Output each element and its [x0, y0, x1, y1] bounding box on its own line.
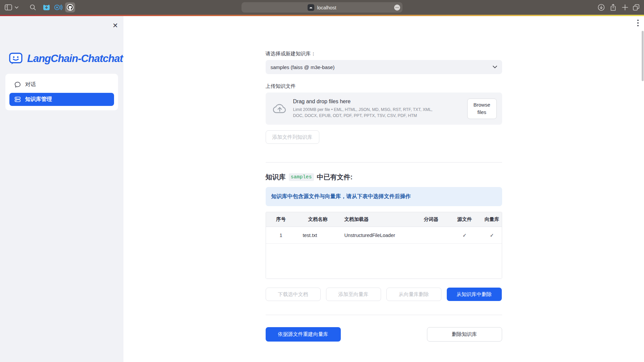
file-dropzone[interactable]: Drag and drop files here Limit 200MB per…: [266, 93, 502, 125]
ellipsis-icon: [395, 7, 399, 8]
file-action-buttons: 下载选中文档 添加至向量库 从向量库删除 从知识库中删除: [266, 288, 502, 301]
sidebar-panel-icon: [5, 4, 12, 10]
header-cell-source: 源文件: [447, 216, 482, 223]
new-tab-button[interactable]: [622, 4, 628, 11]
tabs-icon: [633, 4, 640, 11]
kb-selectbox[interactable]: samples (faiss @ m3e-base): [266, 60, 502, 74]
section-divider: [266, 315, 502, 315]
cell-vector-check: ✓: [482, 233, 502, 238]
main-area: 请选择或新建知识库： samples (faiss @ m3e-base) 上传…: [123, 16, 644, 362]
header-cell-splitter: 分词器: [415, 216, 447, 223]
table-header: 序号 文档名称 文档加载器 分词器 源文件 向量库: [266, 212, 502, 227]
site-favicon: [308, 4, 314, 11]
section-divider: [266, 162, 502, 163]
table-row[interactable]: 1 test.txt UnstructuredFileLoader ✓ ✓: [266, 227, 502, 244]
upload-label: 上传知识文件: [266, 83, 502, 89]
sidebar-close-button[interactable]: ✕: [112, 22, 118, 29]
app-menu-button[interactable]: [637, 19, 639, 28]
tab-overview-button[interactable]: [633, 4, 640, 11]
page-options-button[interactable]: [394, 4, 400, 10]
header-cell-loader: 文档加载器: [340, 216, 415, 223]
share-button[interactable]: [610, 4, 616, 11]
cell-name: test.txt: [296, 233, 340, 238]
chat-bubble-icon: [14, 81, 21, 88]
kb-name-code: samples: [289, 173, 314, 181]
nav-item-kb-manage[interactable]: 知识库管理: [9, 93, 114, 106]
sidebar-nav: 对话 知识库管理: [5, 74, 118, 110]
extension-downloader-button[interactable]: [42, 3, 51, 11]
chevron-down-icon: [493, 66, 497, 68]
header-cell-index: 序号: [266, 216, 296, 223]
kb-selected-value: samples (faiss @ m3e-base): [271, 64, 335, 70]
browser-chrome: localhost: [0, 0, 644, 15]
scrollbar-thumb[interactable]: [642, 31, 644, 81]
github-active-background: [65, 2, 75, 12]
cat-download-icon: [42, 3, 51, 11]
delete-from-kb-button[interactable]: 从知识库中删除: [447, 288, 502, 301]
nav-item-label: 知识库管理: [25, 96, 52, 103]
delete-kb-button[interactable]: 删除知识库: [427, 327, 502, 342]
info-banner: 知识库中包含源文件与向量库，请从下表中选择文件后操作: [266, 187, 502, 206]
download-selected-button[interactable]: 下载选中文档: [266, 288, 321, 301]
nav-item-chat[interactable]: 对话: [9, 78, 114, 91]
cell-index: 1: [266, 233, 296, 238]
dropzone-texts: Drag and drop files here Limit 200MB per…: [293, 99, 461, 119]
heading-prefix: 知识库: [266, 173, 286, 182]
kb-select-label: 请选择或新建知识库：: [266, 51, 502, 57]
sidebar: ✕ LangChain-Chatchat 对话: [0, 16, 123, 362]
logo-text: LangChain-Chatchat: [27, 53, 123, 65]
share-icon: [610, 4, 616, 11]
cloud-upload-icon: [273, 103, 286, 114]
add-to-vector-button[interactable]: 添加至向量库: [326, 288, 381, 301]
address-bar[interactable]: localhost: [241, 2, 402, 13]
sidebar-toggle-button[interactable]: [5, 4, 18, 10]
logo-icon: [9, 52, 23, 66]
url-text: localhost: [317, 5, 336, 10]
cell-source-check: ✓: [447, 233, 482, 238]
chevron-down-icon: [15, 6, 18, 9]
downloads-button[interactable]: [598, 4, 605, 11]
header-cell-name: 文档名称: [296, 216, 340, 223]
header-cell-vector: 向量库: [482, 216, 502, 223]
kb-files-heading: 知识库 samples 中已有文件:: [266, 173, 502, 182]
cell-loader: UnstructuredFileLoader: [340, 233, 415, 238]
nav-item-label: 对话: [25, 81, 36, 88]
kebab-menu-icon: [637, 19, 639, 27]
add-files-button[interactable]: 添加文件到知识库: [266, 130, 319, 144]
dropzone-limit: Limit 200MB per file • EML, HTML, JSON, …: [293, 107, 443, 119]
download-icon: [598, 4, 605, 11]
app-logo: LangChain-Chatchat: [9, 52, 123, 66]
kb-level-buttons: 依据源文件重建向量库 删除知识库: [266, 327, 502, 342]
heading-suffix: 中已有文件:: [317, 173, 353, 182]
dropzone-title: Drag and drop files here: [293, 99, 461, 105]
circle-star-icon: [54, 3, 62, 11]
delete-from-vector-button[interactable]: 从向量库删除: [386, 288, 441, 301]
browse-files-button[interactable]: Browse files: [467, 99, 497, 119]
plus-icon: [622, 4, 628, 11]
github-icon: [66, 4, 74, 11]
table-empty-space: [266, 244, 502, 279]
page-content: 请选择或新建知识库： samples (faiss @ m3e-base) 上传…: [266, 16, 502, 342]
rebuild-vector-button[interactable]: 依据源文件重建向量库: [266, 327, 341, 342]
files-table: 序号 文档名称 文档加载器 分词器 源文件 向量库 1 test.txt Uns…: [266, 212, 502, 279]
search-button[interactable]: [30, 4, 36, 11]
search-icon: [30, 4, 36, 11]
github-extension-button[interactable]: [65, 2, 75, 12]
app-window: ✕ LangChain-Chatchat 对话: [0, 16, 644, 362]
extension-circles-button[interactable]: [54, 3, 62, 11]
database-icon: [14, 96, 21, 103]
